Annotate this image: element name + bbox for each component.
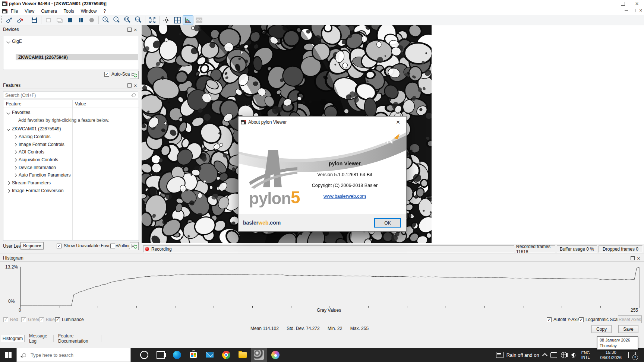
histogram-close-icon[interactable]: ✕ [637, 257, 640, 260]
logarithmic-checkbox-box[interactable]: ✓ [579, 317, 584, 322]
save-image-button[interactable] [29, 16, 39, 25]
devices-close-icon[interactable]: ✕ [134, 28, 137, 32]
chevron-right-icon[interactable] [13, 158, 17, 162]
single-shot-button[interactable] [43, 16, 53, 25]
taskbar-search[interactable] [16, 348, 131, 362]
grid-button[interactable] [172, 16, 182, 25]
paint-app-button[interactable] [267, 348, 284, 362]
volume-icon[interactable] [571, 353, 574, 357]
zoom-fit-button[interactable] [122, 16, 132, 25]
mdi-close-icon[interactable]: ✕ [639, 8, 643, 13]
tree-item-image-format-conversion[interactable]: Image Format Conversion [7, 188, 64, 193]
save-button[interactable]: Save [618, 325, 638, 333]
tree-item-analog-controls[interactable]: Analog Controls [14, 134, 50, 139]
menu-window[interactable]: Window [78, 8, 100, 15]
autoscan-checkbox-box[interactable]: ✓ [104, 72, 109, 77]
tab-histogram[interactable]: Histogram [1, 335, 25, 342]
toolbar-grip[interactable] [1, 16, 3, 24]
edge-button[interactable] [169, 348, 185, 362]
mail-button[interactable] [202, 348, 218, 362]
tray-expand-icon[interactable] [542, 353, 547, 358]
zoom-100-button[interactable]: 100 [133, 16, 143, 25]
show-unavailable-checkbox-box[interactable]: ✓ [57, 244, 61, 248]
mdi-restore-icon[interactable] [632, 9, 635, 12]
cortana-button[interactable] [136, 348, 152, 362]
chevron-right-icon[interactable] [7, 189, 10, 193]
features-float-icon[interactable] [127, 83, 132, 88]
tree-item-acquisition-controls[interactable]: Acquisition Controls [14, 157, 58, 162]
dialog-title-bar[interactable]: About pylon Viewer [239, 117, 406, 128]
histogram-plot[interactable] [0, 264, 644, 309]
feature-search-input[interactable] [4, 92, 129, 98]
chevron-right-icon[interactable] [13, 135, 17, 139]
polling-checkbox-box[interactable] [110, 244, 115, 248]
start-button[interactable] [0, 348, 16, 362]
menu-view[interactable]: View [21, 8, 38, 15]
chevron-down-icon[interactable] [7, 111, 10, 114]
meet-now-icon[interactable] [550, 352, 557, 358]
menu-tools[interactable]: Tools [60, 8, 78, 15]
autoscan-checkbox[interactable]: ✓ Auto-Scan [104, 72, 132, 77]
histogram-float-icon[interactable] [631, 256, 635, 260]
luminance-checkbox-box[interactable]: ✓ [55, 317, 60, 322]
polling-checkbox[interactable]: Polling [110, 243, 131, 248]
news-widget[interactable]: Rain off and on [496, 352, 539, 358]
chrome-button[interactable] [218, 348, 234, 362]
copy-button[interactable]: Copy [591, 325, 612, 333]
refresh-devices-button[interactable] [130, 71, 139, 79]
minimize-button[interactable] [602, 0, 616, 7]
tree-item-image-format-controls[interactable]: Image Format Controls [14, 142, 64, 147]
record-button[interactable] [86, 16, 97, 25]
column-header-feature[interactable]: Feature [6, 100, 21, 108]
luminance-channel-checkbox[interactable]: ✓ Luminance [55, 317, 84, 322]
clock[interactable]: 15:30 08/01/2026 [600, 350, 622, 360]
tree-item-favorites[interactable]: Favorites [7, 110, 30, 115]
ok-button[interactable]: OK [374, 218, 401, 228]
column-header-value[interactable]: Value [75, 100, 86, 108]
tree-item-device-information[interactable]: Device Information [14, 165, 56, 170]
chevron-right-icon[interactable] [13, 143, 17, 146]
zoom-in-button[interactable] [101, 16, 111, 25]
chevron-right-icon[interactable] [7, 181, 10, 185]
task-view-button[interactable] [152, 348, 169, 362]
dialog-close-button[interactable]: ✕ [390, 117, 406, 128]
devices-float-icon[interactable] [127, 28, 132, 32]
menu-file[interactable]: File [7, 8, 21, 15]
tab-message-log[interactable]: Message Log [25, 335, 54, 342]
close-button[interactable]: ✕ [630, 0, 644, 7]
tab-feature-documentation[interactable]: Feature Documentation [54, 335, 101, 342]
tree-item-aoi-controls[interactable]: AOI Controls [14, 149, 44, 155]
menu-camera[interactable]: Camera [38, 8, 60, 15]
open-device-button[interactable] [4, 16, 14, 25]
features-close-icon[interactable]: ✕ [134, 84, 137, 88]
autofit-checkbox-box[interactable]: ✓ [547, 317, 552, 322]
language-indicator[interactable]: ENG INTL [581, 350, 590, 359]
zoom-out-button[interactable] [111, 16, 121, 25]
chevron-right-icon[interactable] [13, 150, 17, 154]
tree-item-auto-function-parameters[interactable]: Auto Function Parameters [14, 172, 70, 178]
baslerweb-link[interactable]: www.baslerweb.com [323, 194, 366, 199]
device-group-gige[interactable]: GigE [7, 39, 22, 44]
chevron-down-icon[interactable] [7, 39, 10, 43]
store-button[interactable] [185, 348, 202, 362]
image-viewer-button[interactable] [194, 16, 204, 25]
menu-help[interactable]: ? [100, 8, 110, 15]
action-center-button[interactable]: 3 [628, 352, 636, 358]
autofit-checkbox[interactable]: ✓ Autofit Y-Axis [547, 317, 580, 322]
fullscreen-button[interactable] [147, 16, 157, 25]
histogram-button[interactable] [183, 16, 193, 25]
pylon-viewer-taskbar-button[interactable] [251, 348, 267, 362]
user-level-dropdown[interactable]: Beginner [20, 242, 44, 250]
tree-item-stream-parameters[interactable]: Stream Parameters [7, 180, 51, 185]
continuous-shot-button[interactable] [54, 16, 64, 25]
taskbar-search-input[interactable] [30, 352, 121, 358]
mdi-window-controls[interactable]: ✕ [625, 8, 643, 13]
restore-button[interactable] [616, 0, 630, 7]
suspend-grab-button[interactable] [76, 16, 86, 25]
chevron-right-icon[interactable] [13, 173, 17, 177]
refresh-features-button[interactable] [130, 242, 139, 250]
crosshair-button[interactable] [161, 16, 171, 25]
stop-grab-button[interactable] [65, 16, 75, 25]
mdi-minimize-icon[interactable] [625, 10, 628, 11]
chevron-right-icon[interactable] [13, 166, 17, 169]
